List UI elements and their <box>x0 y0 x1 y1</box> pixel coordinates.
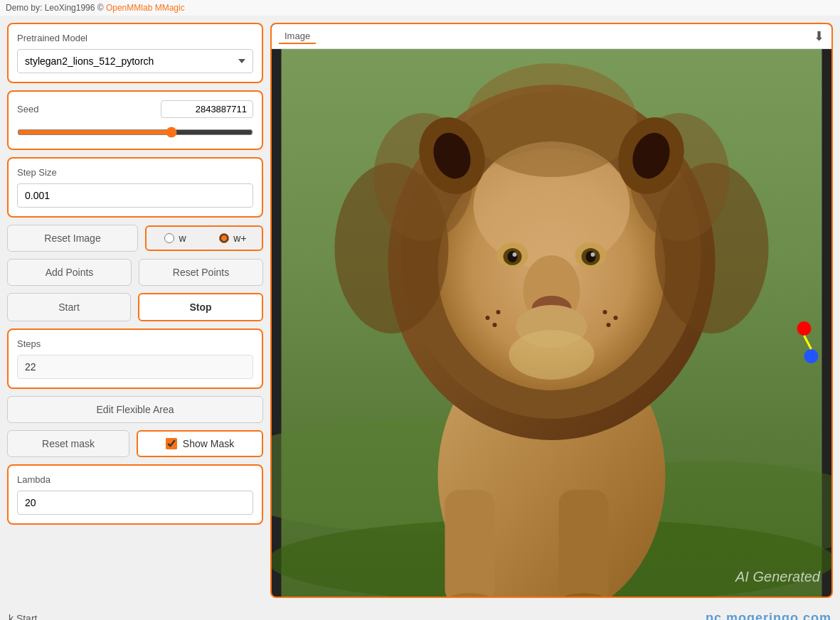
radio-w[interactable] <box>164 233 174 243</box>
image-container: Image ⬇ <box>270 23 833 598</box>
reset-image-button[interactable]: Reset Image <box>7 225 138 252</box>
show-mask-label: Show Mask <box>183 438 234 449</box>
reset-points-button[interactable]: Reset Points <box>139 259 263 286</box>
lambda-card: Lambda <box>7 464 263 525</box>
svg-point-18 <box>586 251 596 262</box>
top-bar: Demo by: LeoXing1996 © OpenMMlab MMagic <box>0 0 840 16</box>
step-size-input[interactable] <box>17 183 253 208</box>
right-panel: Image ⬇ <box>270 23 833 598</box>
points-row: Add Points Reset Points <box>7 259 263 286</box>
steps-label: Steps <box>17 338 253 349</box>
svg-point-24 <box>496 310 501 314</box>
svg-point-35 <box>467 63 637 177</box>
bottom-left-text: k Start <box>9 613 37 621</box>
mask-row: Reset mask Show Mask <box>7 430 263 457</box>
seed-slider[interactable] <box>17 127 253 138</box>
lambda-input[interactable] <box>17 491 253 515</box>
lion-image-wrapper: AI Generated <box>272 49 831 597</box>
step-size-label: Step Size <box>17 167 253 178</box>
svg-point-19 <box>513 252 517 257</box>
pretrained-model-card: Pretrained Model stylegan2_lions_512_pyt… <box>7 23 263 83</box>
reset-radio-row: Reset Image w w+ <box>7 225 263 252</box>
seed-input[interactable] <box>161 100 253 118</box>
image-tab[interactable]: Image <box>279 29 316 44</box>
radio-w-label: w <box>179 232 186 244</box>
download-button[interactable]: ⬇ <box>814 28 824 44</box>
svg-rect-6 <box>559 490 609 597</box>
show-mask-toggle[interactable]: Show Mask <box>137 430 263 457</box>
radio-wplus[interactable] <box>219 233 229 243</box>
top-bar-text: Demo by: LeoXing1996 © <box>6 3 106 13</box>
svg-point-28 <box>614 316 618 320</box>
lambda-label: Lambda <box>17 474 253 485</box>
edit-flexible-button[interactable]: Edit Flexible Area <box>7 396 263 423</box>
bottom-right-text: pc.mogeringo.com <box>706 611 831 620</box>
image-tab-bar: Image ⬇ <box>272 24 831 49</box>
svg-point-41 <box>804 349 819 363</box>
start-button[interactable]: Start <box>7 293 131 321</box>
radio-group: w w+ <box>145 225 263 251</box>
show-mask-checkbox[interactable] <box>166 438 177 449</box>
pretrained-model-select[interactable]: stylegan2_lions_512_pytorch <box>17 49 253 73</box>
seed-card: Seed <box>7 90 263 150</box>
seed-row: Seed <box>17 100 253 118</box>
steps-value: 22 <box>17 355 253 379</box>
svg-point-40 <box>797 321 812 336</box>
svg-point-25 <box>486 316 490 320</box>
svg-point-27 <box>603 310 607 314</box>
svg-rect-5 <box>445 490 495 597</box>
openmmlab-link[interactable]: OpenMMlab MMagic <box>106 3 185 13</box>
start-stop-row: Start Stop <box>7 293 263 321</box>
seed-label: Seed <box>17 104 38 114</box>
left-panel: Pretrained Model stylegan2_lions_512_pyt… <box>7 23 263 598</box>
svg-point-29 <box>607 323 611 327</box>
add-points-button[interactable]: Add Points <box>7 259 132 286</box>
svg-point-17 <box>508 251 518 262</box>
main-layout: Pretrained Model stylegan2_lions_512_pyt… <box>0 16 840 605</box>
pretrained-model-label: Pretrained Model <box>17 33 253 43</box>
lion-image-svg <box>272 49 831 597</box>
radio-w-option[interactable]: w <box>147 227 204 250</box>
reset-mask-button[interactable]: Reset mask <box>7 430 129 457</box>
svg-point-20 <box>591 252 595 257</box>
radio-wplus-label: w+ <box>233 232 246 244</box>
ai-generated-label: AI Generated <box>735 569 820 585</box>
svg-point-26 <box>493 323 497 327</box>
radio-wplus-option[interactable]: w+ <box>204 227 262 250</box>
bottom-bar: k Start pc.mogeringo.com <box>0 605 840 620</box>
step-size-card: Step Size <box>7 157 263 218</box>
svg-point-30 <box>509 330 595 380</box>
stop-button[interactable]: Stop <box>138 293 263 321</box>
steps-card: Steps 22 <box>7 328 263 389</box>
